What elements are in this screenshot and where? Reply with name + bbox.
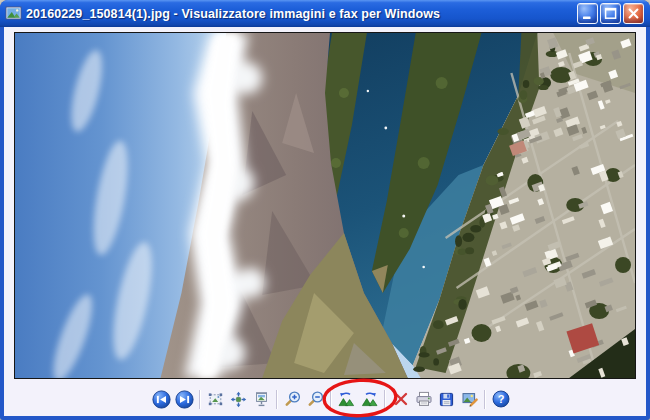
close-icon	[625, 5, 642, 22]
help-button[interactable]: ?	[490, 387, 511, 411]
best-fit-button[interactable]	[205, 387, 226, 411]
edit-icon	[461, 391, 479, 407]
help-icon: ?	[492, 390, 510, 408]
rotate-buttons-group	[336, 387, 380, 411]
viewer-toolbar: ?	[10, 385, 650, 413]
picture-viewer-window: 20160229_150814(1).jpg - Visualizzatore …	[0, 0, 650, 420]
edit-button[interactable]	[459, 387, 480, 411]
toolbar-separator	[276, 390, 278, 409]
window-title: 20160229_150814(1).jpg - Visualizzatore …	[26, 7, 577, 21]
photo-canvas	[14, 32, 636, 379]
toolbar-separator	[330, 390, 332, 409]
aerial-photo	[15, 33, 635, 378]
print-icon	[415, 391, 433, 407]
actual-size-icon	[230, 391, 247, 408]
slideshow-icon	[253, 391, 270, 408]
maximize-button[interactable]	[600, 3, 621, 24]
zoom-out-icon	[307, 390, 325, 408]
rotate-clockwise-button[interactable]	[359, 387, 380, 411]
print-button[interactable]	[413, 387, 434, 411]
rotate-clockwise-icon	[360, 391, 379, 408]
window-controls	[577, 3, 644, 24]
minimize-button[interactable]	[577, 3, 598, 24]
delete-button[interactable]	[390, 387, 411, 411]
actual-size-button[interactable]	[228, 387, 249, 411]
toolbar-separator	[199, 390, 201, 409]
picture-viewer-icon	[5, 5, 22, 22]
next-image-button[interactable]	[174, 387, 195, 411]
zoom-out-button[interactable]	[305, 387, 326, 411]
viewer-client-area: ?	[4, 27, 646, 416]
previous-image-button[interactable]	[151, 387, 172, 411]
titlebar[interactable]: 20160229_150814(1).jpg - Visualizzatore …	[0, 0, 650, 27]
close-button[interactable]	[623, 3, 644, 24]
maximize-icon	[602, 5, 619, 22]
previous-image-icon	[152, 390, 171, 409]
rotate-counterclockwise-icon	[337, 391, 356, 408]
rotate-counterclockwise-button[interactable]	[336, 387, 357, 411]
save-icon	[438, 391, 455, 408]
best-fit-icon	[207, 391, 224, 408]
save-button[interactable]	[436, 387, 457, 411]
toolbar-separator	[484, 390, 486, 409]
zoom-in-button[interactable]	[282, 387, 303, 411]
slideshow-button[interactable]	[251, 387, 272, 411]
help-glyph: ?	[497, 393, 504, 405]
minimize-icon	[579, 5, 596, 22]
zoom-in-icon	[284, 390, 302, 408]
toolbar-separator	[384, 390, 386, 409]
next-image-icon	[175, 390, 194, 409]
delete-icon	[393, 391, 409, 407]
